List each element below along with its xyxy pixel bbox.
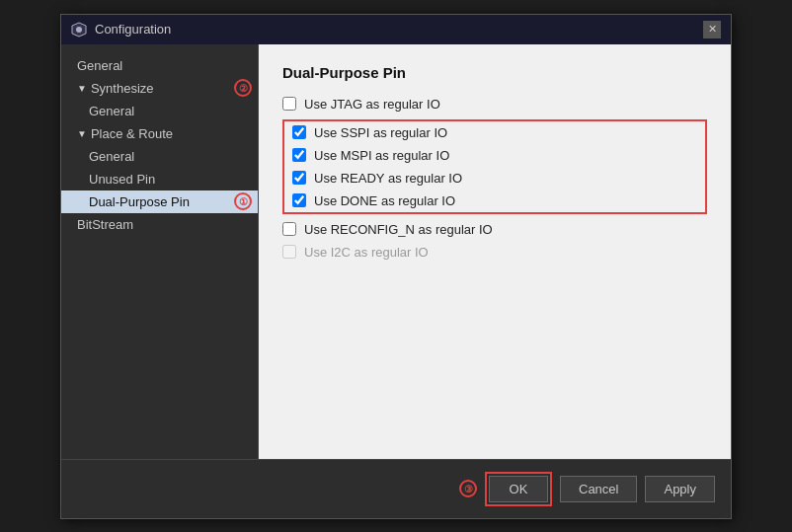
checkbox-done: Use DONE as regular IO	[292, 193, 697, 208]
checkbox-ready: Use READY as regular IO	[292, 171, 697, 186]
dialog-title: Configuration	[95, 22, 171, 37]
checkbox-sspi-input[interactable]	[292, 125, 306, 139]
checkbox-jtag: Use JTAG as regular IO	[282, 97, 707, 112]
checkbox-group: Use JTAG as regular IO Use SSPI as regul…	[282, 97, 707, 260]
checkbox-sspi: Use SSPI as regular IO	[292, 125, 697, 140]
checkbox-reconfig: Use RECONFIG_N as regular IO	[282, 222, 707, 237]
sidebar-item-dual-purpose-pin[interactable]: Dual-Purpose Pin ①	[61, 190, 258, 213]
annotation-3: ③	[459, 480, 477, 497]
checkbox-jtag-input[interactable]	[282, 97, 296, 111]
ok-button[interactable]: OK	[489, 476, 548, 502]
checkbox-sspi-label: Use SSPI as regular IO	[314, 125, 447, 140]
checkbox-mspi-input[interactable]	[292, 148, 306, 162]
sidebar-item-place-route[interactable]: ▼ Place & Route	[61, 122, 258, 145]
cancel-button[interactable]: Cancel	[560, 476, 637, 502]
checkbox-reconfig-label: Use RECONFIG_N as regular IO	[304, 222, 493, 237]
checkbox-i2c: Use I2C as regular IO	[282, 245, 707, 260]
dialog-icon	[71, 22, 87, 38]
configuration-dialog: Configuration ✕ General ▼ Synthesize ② G…	[60, 14, 732, 519]
checkbox-jtag-label: Use JTAG as regular IO	[304, 97, 440, 112]
place-route-label: Place & Route	[91, 126, 173, 141]
dialog-body: General ▼ Synthesize ② General ▼ Place &…	[61, 44, 731, 459]
sidebar-item-synthesize[interactable]: ▼ Synthesize ②	[61, 77, 258, 100]
checkbox-done-label: Use DONE as regular IO	[314, 193, 455, 208]
footer: ③ OK Cancel Apply	[61, 459, 731, 518]
checkbox-done-input[interactable]	[292, 193, 306, 207]
sidebar-item-unused-pin[interactable]: Unused Pin	[61, 168, 258, 190]
title-bar: Configuration ✕	[61, 15, 731, 44]
sidebar: General ▼ Synthesize ② General ▼ Place &…	[61, 44, 259, 459]
annotation-1: ①	[234, 192, 252, 210]
checkbox-mspi: Use MSPI as regular IO	[292, 148, 697, 163]
sidebar-item-place-route-general[interactable]: General	[61, 145, 258, 168]
sidebar-item-bitstream[interactable]: BitStream	[61, 213, 258, 236]
ok-button-wrapper: OK	[485, 472, 552, 506]
highlighted-checkbox-group: Use SSPI as regular IO Use MSPI as regul…	[282, 119, 707, 214]
checkbox-reconfig-input[interactable]	[282, 222, 296, 236]
checkbox-i2c-input	[282, 245, 296, 259]
checkbox-ready-label: Use READY as regular IO	[314, 171, 462, 186]
sidebar-item-synthesize-general[interactable]: General	[61, 100, 258, 122]
checkbox-mspi-label: Use MSPI as regular IO	[314, 148, 449, 163]
place-route-arrow: ▼	[77, 128, 87, 139]
apply-button[interactable]: Apply	[645, 476, 715, 502]
sidebar-item-general-top[interactable]: General	[61, 54, 258, 77]
main-content: Dual-Purpose Pin Use JTAG as regular IO …	[259, 44, 731, 459]
checkbox-ready-input[interactable]	[292, 171, 306, 185]
svg-point-1	[76, 27, 82, 33]
close-button[interactable]: ✕	[703, 21, 721, 38]
main-title: Dual-Purpose Pin	[282, 64, 707, 81]
checkbox-i2c-label: Use I2C as regular IO	[304, 245, 429, 260]
annotation-2: ②	[234, 79, 252, 97]
synthesize-arrow: ▼	[77, 83, 87, 94]
